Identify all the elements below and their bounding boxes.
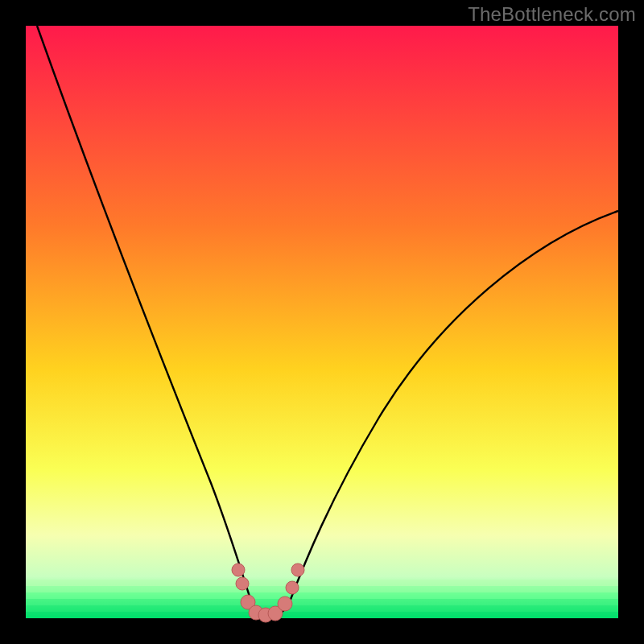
svg-rect-3 (26, 599, 618, 605)
svg-point-14 (291, 564, 304, 576)
svg-rect-2 (26, 592, 618, 599)
svg-rect-4 (26, 605, 618, 612)
svg-rect-0 (26, 580, 618, 586)
svg-point-13 (286, 581, 299, 594)
svg-point-6 (232, 564, 245, 576)
plot-background (26, 26, 618, 618)
watermark-text: TheBottleneck.com (468, 3, 636, 26)
svg-rect-5 (26, 612, 618, 618)
chart-svg (0, 0, 644, 644)
svg-rect-1 (26, 586, 618, 592)
svg-point-7 (236, 577, 249, 590)
svg-point-12 (278, 597, 292, 611)
chart-frame: TheBottleneck.com (0, 0, 644, 644)
green-bands (26, 580, 618, 618)
